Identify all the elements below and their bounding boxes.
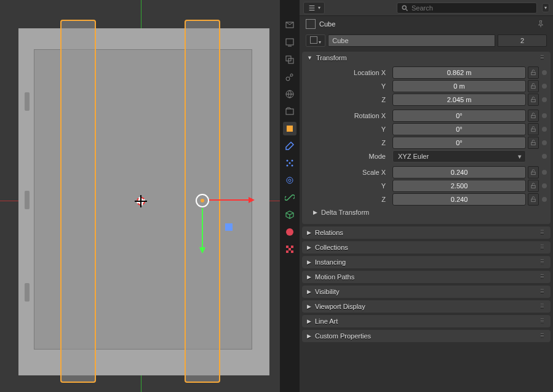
panel-header-instancing[interactable]: ▶Instancing⠿ bbox=[302, 256, 551, 268]
label-z: Z bbox=[306, 96, 391, 103]
gizmo-axis-x[interactable] bbox=[209, 199, 253, 201]
keyframe-dot[interactable] bbox=[542, 183, 547, 188]
tab-material[interactable] bbox=[283, 225, 296, 239]
gizmo-plane-xy[interactable] bbox=[225, 223, 233, 231]
panel-menu-icon[interactable]: ⠿ bbox=[540, 318, 546, 324]
keyframe-dot[interactable] bbox=[542, 140, 547, 145]
panel-header-custom-properties[interactable]: ▶Custom Properties⠿ bbox=[302, 330, 551, 342]
datablock-browse[interactable]: ▾ bbox=[306, 34, 325, 47]
svg-rect-26 bbox=[531, 115, 535, 118]
input-scale-x[interactable]: 0.240 bbox=[392, 166, 526, 178]
tab-output[interactable] bbox=[283, 36, 296, 49]
panel-instancing: ▶Instancing⠿ bbox=[302, 256, 551, 268]
input-location-z[interactable]: 2.045 m bbox=[392, 94, 526, 106]
tab-texture[interactable] bbox=[283, 242, 296, 256]
tab-object[interactable] bbox=[283, 122, 296, 135]
svg-rect-18 bbox=[291, 246, 293, 248]
keyframe-dot[interactable] bbox=[542, 127, 547, 132]
filter-dropdown[interactable]: ▾ bbox=[542, 3, 549, 12]
svg-point-16 bbox=[286, 228, 293, 236]
lock-location-y[interactable] bbox=[528, 80, 539, 92]
svg-rect-19 bbox=[288, 248, 291, 250]
tab-physics[interactable] bbox=[283, 174, 296, 187]
panel-menu-icon[interactable]: ⠿ bbox=[540, 274, 546, 280]
panel-header-viewport-display[interactable]: ▶Viewport Display⠿ bbox=[302, 300, 551, 313]
lock-location-x[interactable] bbox=[528, 66, 539, 79]
panel-header-visibility[interactable]: ▶Visibility⠿ bbox=[302, 286, 551, 298]
label-y: Y bbox=[306, 82, 391, 90]
panel-header-collections[interactable]: ▶Collections⠿ bbox=[302, 241, 551, 254]
gizmo-axis-y[interactable] bbox=[202, 208, 203, 252]
keyframe-dot[interactable] bbox=[542, 97, 547, 102]
viewport-3d[interactable] bbox=[0, 0, 280, 392]
tab-particles[interactable] bbox=[283, 156, 296, 170]
select-rotation-mode[interactable]: XYZ Euler bbox=[392, 150, 526, 162]
input-rotation-z[interactable]: 0° bbox=[392, 137, 526, 149]
svg-rect-29 bbox=[531, 172, 535, 174]
subpanel-title: Delta Transform bbox=[321, 209, 369, 216]
input-location-x[interactable]: 0.862 m bbox=[392, 66, 526, 79]
keyframe-dot[interactable] bbox=[542, 154, 547, 159]
panel-header-relations[interactable]: ▶Relations⠿ bbox=[302, 226, 551, 239]
input-location-y[interactable]: 0 m bbox=[392, 80, 526, 92]
search-field[interactable] bbox=[412, 4, 533, 12]
panel-header-motion-paths[interactable]: ▶Motion Paths⠿ bbox=[302, 271, 551, 283]
lock-location-z[interactable] bbox=[528, 94, 539, 106]
lock-rotation-y[interactable] bbox=[528, 123, 539, 135]
properties-content: ▾ ▾ Cube ▾ Cube 2 bbox=[300, 0, 553, 392]
keyframe-dot[interactable] bbox=[542, 70, 547, 75]
svg-rect-23 bbox=[531, 72, 535, 74]
options-dropdown[interactable]: ▾ bbox=[303, 2, 325, 14]
input-rotation-y[interactable]: 0° bbox=[392, 123, 526, 135]
pin-button[interactable] bbox=[535, 18, 547, 30]
panel-collections: ▶Collections⠿ bbox=[302, 241, 551, 254]
svg-rect-28 bbox=[531, 142, 535, 145]
input-rotation-x[interactable]: 0° bbox=[392, 110, 526, 122]
input-scale-z[interactable]: 0.240 bbox=[392, 193, 526, 206]
panel-menu-icon[interactable]: ⠿ bbox=[540, 289, 546, 295]
panel-header-line-art[interactable]: ▶Line Art⠿ bbox=[302, 315, 551, 327]
object-icon bbox=[306, 19, 316, 29]
panel-line-art: ▶Line Art⠿ bbox=[302, 315, 551, 327]
breadcrumb-object-name: Cube bbox=[319, 20, 335, 28]
keyframe-dot[interactable] bbox=[542, 113, 547, 118]
tab-modifiers[interactable] bbox=[283, 139, 296, 153]
lock-scale-y[interactable] bbox=[528, 180, 539, 192]
lock-rotation-z[interactable] bbox=[528, 137, 539, 149]
panel-header-transform[interactable]: ▼ Transform ⠿ bbox=[302, 52, 551, 64]
subpanel-delta-transform[interactable]: ▶ Delta Transform bbox=[306, 207, 547, 218]
tab-view-layer[interactable] bbox=[283, 53, 296, 66]
datablock-name-field[interactable]: Cube bbox=[328, 34, 495, 47]
panel-custom-properties: ▶Custom Properties⠿ bbox=[302, 330, 551, 342]
tab-collection[interactable] bbox=[283, 105, 296, 118]
panel-menu-icon[interactable]: ⠿ bbox=[540, 55, 546, 61]
tab-scene[interactable] bbox=[283, 70, 296, 84]
lock-scale-x[interactable] bbox=[528, 166, 539, 178]
input-scale-y[interactable]: 2.500 bbox=[392, 180, 526, 192]
panel-menu-icon[interactable]: ⠿ bbox=[540, 230, 546, 236]
tab-constraints[interactable] bbox=[283, 191, 296, 204]
tab-data[interactable] bbox=[283, 208, 296, 222]
lock-scale-z[interactable] bbox=[528, 193, 539, 206]
lock-rotation-x[interactable] bbox=[528, 110, 539, 122]
datablock-users[interactable]: 2 bbox=[498, 34, 547, 47]
keyframe-dot[interactable] bbox=[542, 170, 547, 175]
panel-scroll[interactable]: ▼ Transform ⠿ Location X 0.862 m Y 0 m bbox=[300, 49, 553, 392]
tab-render[interactable] bbox=[283, 18, 296, 32]
panel-menu-icon[interactable]: ⠿ bbox=[540, 333, 546, 339]
disclosure-icon: ▼ bbox=[307, 55, 312, 61]
keyframe-dot[interactable] bbox=[542, 84, 547, 89]
panel-relations: ▶Relations⠿ bbox=[302, 226, 551, 239]
label-rotation-x: Rotation X bbox=[306, 112, 391, 119]
selected-object[interactable] bbox=[60, 20, 96, 383]
keyframe-dot[interactable] bbox=[542, 197, 547, 202]
gizmo-pivot[interactable] bbox=[196, 194, 209, 207]
svg-rect-1 bbox=[286, 39, 293, 45]
panel-menu-icon[interactable]: ⠿ bbox=[540, 303, 546, 310]
panel-menu-icon[interactable]: ⠿ bbox=[540, 244, 546, 250]
tab-world[interactable] bbox=[283, 87, 296, 101]
panel-menu-icon[interactable]: ⠿ bbox=[540, 259, 546, 265]
label-y: Y bbox=[306, 126, 391, 133]
search-input[interactable] bbox=[397, 2, 537, 14]
svg-point-10 bbox=[292, 160, 293, 162]
